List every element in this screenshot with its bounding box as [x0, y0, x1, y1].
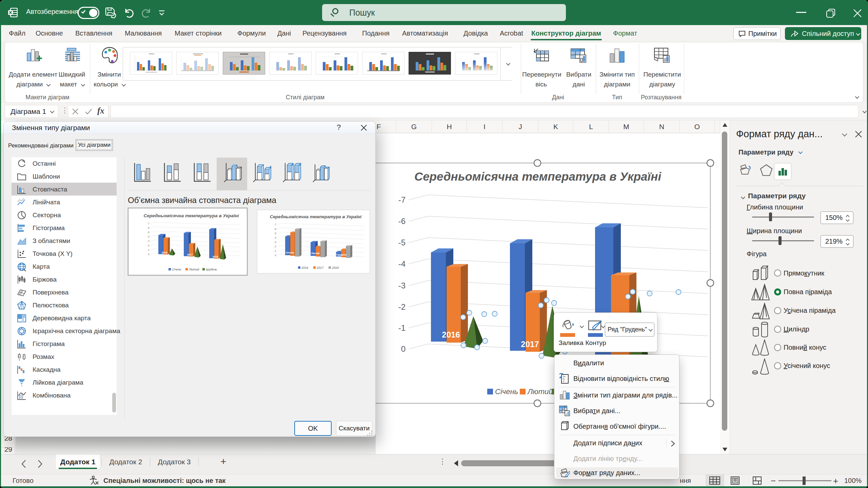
svg-text:-5: -5 [147, 231, 150, 234]
svg-text:Середньомісячна температура в: Середньомісячна температура в Україні [144, 213, 239, 218]
svg-text:-1: -1 [398, 323, 406, 332]
svg-text:Середньомісячна температура в: Середньомісячна температура в Україні [270, 214, 362, 219]
svg-text:-4: -4 [147, 235, 150, 238]
svg-text:-4: -4 [398, 259, 406, 268]
svg-text:2018: 2018 [213, 255, 218, 258]
svg-text:2016: 2016 [162, 251, 167, 254]
svg-text:-2: -2 [274, 245, 277, 248]
svg-text:-7: -7 [274, 223, 277, 226]
svg-text:Лютий: Лютий [527, 387, 553, 396]
svg-text:0: 0 [401, 344, 406, 353]
svg-text:-2: -2 [147, 244, 150, 247]
svg-text:2016: 2016 [442, 330, 460, 339]
svg-text:-1: -1 [147, 248, 150, 251]
svg-text:-6: -6 [147, 226, 150, 229]
svg-text:0: 0 [275, 254, 277, 257]
svg-text:-5: -5 [398, 238, 406, 247]
svg-text:Середньомісячна температура в: Середньомісячна температура в Україні [414, 170, 662, 183]
svg-text:-3: -3 [398, 281, 406, 290]
svg-text:Грудень: Грудень [336, 253, 347, 256]
svg-text:2017: 2017 [316, 266, 324, 269]
svg-text:грудень: грудень [206, 268, 217, 271]
svg-text:Січень: Січень [495, 387, 518, 396]
svg-text:0: 0 [148, 253, 150, 256]
svg-text:-3: -3 [274, 241, 277, 244]
svg-text:-3: -3 [147, 240, 150, 243]
svg-text:2017: 2017 [187, 253, 193, 256]
svg-text:Січень: Січень [172, 268, 181, 271]
svg-text:2018: 2018 [332, 266, 339, 269]
svg-text:-2: -2 [398, 302, 406, 311]
svg-text:-6: -6 [398, 217, 406, 226]
svg-text:-6: -6 [274, 227, 277, 230]
svg-text:2017: 2017 [521, 340, 539, 349]
svg-text:-4: -4 [274, 236, 277, 239]
svg-text:2016: 2016 [301, 266, 308, 269]
svg-text:-1: -1 [274, 249, 277, 252]
svg-text:Лютий: Лютий [311, 252, 320, 255]
svg-text:-5: -5 [274, 232, 277, 235]
svg-text:-7: -7 [147, 222, 150, 225]
svg-text:Січень: Січень [285, 251, 294, 254]
svg-text:-7: -7 [398, 195, 406, 204]
svg-text:Лютий: Лютий [189, 268, 199, 271]
